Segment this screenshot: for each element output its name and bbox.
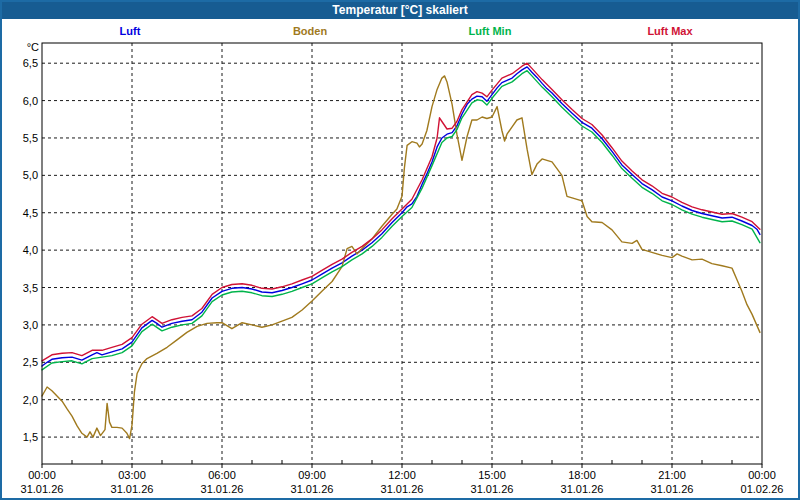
y-tick-label: 3,5 (23, 282, 38, 294)
y-tick-label: 6,0 (23, 95, 38, 107)
x-tick-date-label: 31.01.26 (561, 483, 604, 495)
x-tick-time-label: 09:00 (298, 469, 326, 481)
x-tick-date-label: 31.01.26 (111, 483, 154, 495)
y-tick-label: 5,0 (23, 169, 38, 181)
y-tick-label: 4,0 (23, 244, 38, 256)
y-tick-label: 2,0 (23, 394, 38, 406)
y-tick-label: 5,5 (23, 132, 38, 144)
y-axis-unit-label: °C (27, 41, 39, 53)
x-tick-time-label: 15:00 (478, 469, 506, 481)
y-tick-label: 2,5 (23, 356, 38, 368)
y-tick-label: 1,5 (23, 431, 38, 443)
x-tick-date-label: 31.01.26 (651, 483, 694, 495)
chart-window: Temperatur [°C] skaliert LuftBodenLuft M… (0, 0, 800, 500)
x-tick-time-label: 12:00 (388, 469, 416, 481)
x-tick-date-label: 31.01.26 (201, 483, 244, 495)
x-tick-date-label: 31.01.26 (21, 483, 64, 495)
x-tick-time-label: 06:00 (208, 469, 236, 481)
x-tick-time-label: 21:00 (658, 469, 686, 481)
y-tick-label: 3,0 (23, 319, 38, 331)
x-tick-time-label: 00:00 (28, 469, 56, 481)
x-tick-date-label: 31.01.26 (291, 483, 334, 495)
y-tick-label: 4,5 (23, 207, 38, 219)
temperature-chart: 6,56,05,55,04,54,03,53,02,52,01,5°C00:00… (2, 2, 798, 498)
x-tick-date-label: 31.01.26 (471, 483, 514, 495)
x-tick-time-label: 00:00 (748, 469, 776, 481)
x-tick-date-label: 01.02.26 (741, 483, 784, 495)
x-tick-date-label: 31.01.26 (381, 483, 424, 495)
y-tick-label: 6,5 (23, 57, 38, 69)
x-tick-time-label: 03:00 (118, 469, 146, 481)
x-tick-time-label: 18:00 (568, 469, 596, 481)
